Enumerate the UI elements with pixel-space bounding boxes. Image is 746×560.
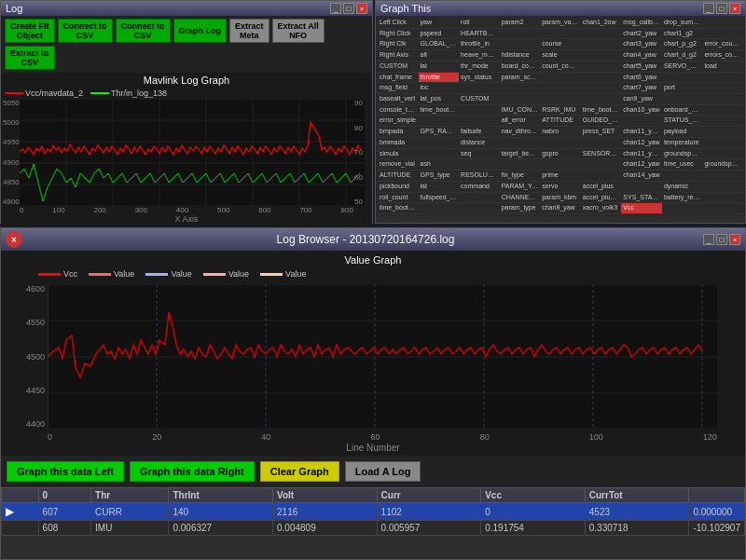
param-alt[interactable]: alt	[419, 50, 460, 61]
param-param_type[interactable]: param_type	[500, 203, 541, 214]
param-left-click[interactable]: Left Click	[378, 18, 419, 29]
param-chart3_yaw[interactable]: chart3_yaw	[621, 39, 662, 50]
param-gps_raw[interactable]: GPS_RAW_INT	[419, 127, 460, 138]
param-e49[interactable]	[419, 203, 460, 214]
param-e48[interactable]	[702, 193, 743, 204]
param-e35[interactable]	[702, 138, 743, 149]
param-e10[interactable]	[540, 73, 581, 84]
param-param_scaled[interactable]: param_scaled	[500, 73, 541, 84]
param-e32[interactable]	[500, 138, 541, 149]
param-time_boot_boot[interactable]: time_boot_boot	[581, 105, 622, 116]
param-chan5_yaw[interactable]: chart5_yaw	[621, 61, 662, 73]
param-e47[interactable]	[459, 193, 500, 204]
param-payload[interactable]: payload	[662, 127, 703, 138]
param-lat_pos[interactable]: lat_pos	[419, 94, 460, 105]
param-right-axis[interactable]: Right Axis	[378, 50, 419, 61]
param-press_set[interactable]: press_SET	[581, 127, 622, 138]
param-lat[interactable]: lat	[419, 61, 460, 73]
graph-log-btn[interactable]: Graph Log	[173, 19, 228, 43]
param-right-clk[interactable]: Right Clk	[378, 39, 419, 50]
param-e34[interactable]	[581, 138, 622, 149]
param-lat2[interactable]: lat	[419, 182, 460, 193]
param-roll_count[interactable]: roll_count	[378, 193, 419, 204]
param-msg_callbacks[interactable]: msg_callbacks	[621, 18, 662, 29]
param-battery_remon[interactable]: battery_remon	[662, 193, 703, 204]
param-global[interactable]: GLOBAL_POSIT0	[419, 39, 460, 50]
param-e31[interactable]	[419, 138, 460, 149]
param-e20[interactable]	[540, 94, 581, 105]
minimize-btn[interactable]: _	[330, 3, 341, 14]
param-e26[interactable]	[419, 116, 460, 127]
param-chan10_yaw[interactable]: chan10_yaw	[621, 105, 662, 116]
param-e43[interactable]	[662, 171, 703, 182]
connect-csv-btn2[interactable]: Connect toCSV	[116, 19, 171, 43]
param-heartbeat[interactable]: HEARTBEAT	[459, 29, 500, 40]
param-e29[interactable]	[702, 116, 743, 127]
param-altitude2[interactable]: ALTITUDE	[378, 171, 419, 182]
param-sys_status2[interactable]: SYS_STATUS	[621, 193, 662, 204]
param-chan6_yaw[interactable]: chart6_yaw	[621, 73, 662, 84]
param-sys_status[interactable]: sys_status	[459, 73, 500, 84]
param-attitude[interactable]: ATTITUDE	[540, 116, 581, 127]
param-fullspeed[interactable]: fullspeed_s_db	[419, 193, 460, 204]
param-alt_error[interactable]: alt_error	[500, 116, 541, 127]
param-time_usec[interactable]: time_usec	[662, 159, 703, 171]
param-e16[interactable]	[540, 83, 581, 94]
param-e18[interactable]	[702, 83, 743, 94]
gt-maximize-btn[interactable]: □	[716, 3, 727, 14]
param-time_boot_ms2[interactable]: time_boot_ms	[378, 203, 419, 214]
param-e41[interactable]	[581, 159, 622, 171]
log-browser-close-circle[interactable]: ×	[6, 231, 22, 248]
param-groundspeed[interactable]: groundspeed	[662, 149, 703, 160]
param-vcc-highlighted[interactable]: Vcc	[621, 203, 662, 214]
param-nabro[interactable]: nabro	[540, 127, 581, 138]
close-btn[interactable]: ×	[356, 3, 367, 14]
param-thr_mode[interactable]: thr_mode	[459, 61, 500, 73]
param-e8[interactable]	[581, 50, 622, 61]
param-chan11_yam[interactable]: chan11_yam	[621, 127, 662, 138]
extract-nfo-btn[interactable]: Extract AllNFO	[272, 19, 325, 43]
param-error_count2[interactable]: error_count2	[702, 39, 743, 50]
table-row-607[interactable]: ▶ 607 CURR 140 2116 1102 0 4523 0.000000	[2, 503, 745, 521]
param-distance[interactable]: distance	[459, 138, 500, 149]
param-custom2[interactable]: CUSTOM	[459, 94, 500, 105]
param-e17[interactable]	[581, 83, 622, 94]
param-seq[interactable]: seq	[459, 149, 500, 160]
param-heave_mode[interactable]: heave_mode	[459, 50, 500, 61]
param-chart1_g2[interactable]: chart1_g2	[662, 29, 703, 40]
param-temperature[interactable]: temperature	[662, 138, 703, 149]
param-chart_d_g2[interactable]: chart_d_g2	[662, 50, 703, 61]
param-bmpada[interactable]: bmpada	[378, 127, 419, 138]
gt-close-btn[interactable]: ×	[729, 3, 740, 14]
param-e42[interactable]	[581, 171, 622, 182]
param-e13[interactable]	[702, 73, 743, 84]
param-chat_frame[interactable]: chat_frame	[378, 73, 419, 84]
param-custom[interactable]: CUSTOM	[378, 61, 419, 73]
param-e46[interactable]	[702, 182, 743, 193]
param-prime[interactable]: prime	[540, 171, 581, 182]
param-e15[interactable]	[500, 83, 541, 94]
table-row-608[interactable]: 608 IMU 0.006327 0.004809 0.005957 0.191…	[2, 521, 745, 536]
param-right-click[interactable]: Right Click	[378, 29, 419, 40]
param-groundspeed2[interactable]: groundspeed	[702, 159, 743, 171]
param-fix_type[interactable]: fix_type	[500, 171, 541, 182]
param-chan4_yaw[interactable]: chan4_yaw	[621, 50, 662, 61]
param-e6[interactable]	[500, 39, 541, 50]
param-throttle_in[interactable]: throttle_in	[459, 39, 500, 50]
param-chan12_yaw[interactable]: chan12_yaw	[621, 138, 662, 149]
param-count_compe[interactable]: count_compe	[540, 61, 581, 73]
param-e23[interactable]	[702, 94, 743, 105]
param-board_comp[interactable]: board_compus	[500, 61, 541, 73]
param-error_simple[interactable]: error_simple	[378, 116, 419, 127]
param-remove_vial[interactable]: remove_vial	[378, 159, 419, 171]
param-guided_freq[interactable]: GUIDED_FREQU	[581, 116, 622, 127]
param-param_yalue[interactable]: PARAM_YALUE	[500, 182, 541, 193]
param-sensor_offset[interactable]: SENSOR_OFFSET	[581, 149, 622, 160]
param-loc[interactable]: loc	[419, 83, 460, 94]
param-ash[interactable]: ash	[419, 159, 460, 171]
param-resolution[interactable]: RESOLUTION_TON	[459, 171, 500, 182]
param-param2[interactable]: param2	[500, 18, 541, 29]
extract-csv-btn[interactable]: Extract toCSV	[5, 46, 55, 70]
lb-maximize-btn[interactable]: □	[716, 234, 727, 245]
param-gps_type[interactable]: GPS_type	[419, 171, 460, 182]
